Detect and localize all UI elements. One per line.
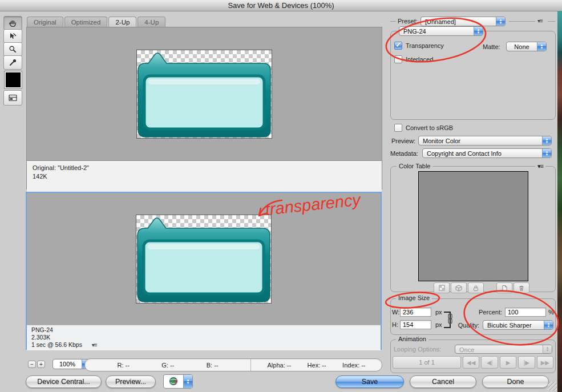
transparency-option: Transparency [394,42,444,50]
save-for-web-dialog: Save for Web & Devices (100%) [0,0,562,392]
matte-dropdown[interactable]: None ▲▼ [506,42,547,51]
zoom-icon [9,45,17,54]
tab-original[interactable]: Original [27,17,63,27]
preset-dropdown[interactable]: [Unnamed] ▲▼ [421,17,506,26]
first-frame-button[interactable]: ◀◀ [463,356,479,369]
preview-menu-icon[interactable]: ▾≡ [92,342,97,348]
transparency-checkbox[interactable] [394,42,402,50]
cancel-button[interactable]: Cancel [410,375,476,388]
original-preview-pane[interactable]: Original: "Untitled-2" 142K [26,27,382,189]
preview-dropdown[interactable]: Monitor Color ▲▼ [418,136,552,146]
previous-frame-button[interactable]: ◀| [481,356,498,369]
cancel-label: Cancel [432,378,454,386]
hand-tool-button[interactable] [3,16,22,30]
stepper-icon: ▲▼ [544,321,553,329]
tab-optimized-label: Optimized [71,19,101,26]
percent-input[interactable] [505,308,546,317]
r-readout: R: -- [117,362,129,369]
done-label: Done [507,378,524,386]
optimize-menu-icon[interactable]: ▾≡ [537,18,543,24]
zoom-out-button[interactable]: − [28,361,36,368]
stepper-icon: ▲▼ [474,27,483,35]
trash-icon [518,285,525,292]
preview-button-label: Preview... [115,378,146,386]
color-table-swatches [418,171,528,281]
slice-select-icon [9,32,17,41]
tab-4up[interactable]: 4-Up [138,17,165,27]
last-frame-icon: ▶▶ [541,359,549,366]
original-preview-image [136,50,272,139]
slice-select-tool-button[interactable] [3,29,22,43]
transparency-swatch-icon [439,285,445,291]
tab-optimized[interactable]: Optimized [64,17,108,27]
delete-color-button[interactable] [514,282,529,293]
format-value: PNG-24 [399,27,474,35]
quality-dropdown[interactable]: Bicubic Sharper ▲▼ [483,320,553,330]
metadata-label: Metadata: [390,150,418,157]
view-tabs: Original Optimized 2-Up 4-Up [27,17,165,27]
width-input[interactable] [400,308,431,317]
metadata-dropdown[interactable]: Copyright and Contact Info ▲▼ [422,148,552,158]
device-central-button[interactable]: Device Central... [26,375,102,388]
optimized-preview-pane[interactable]: PNG-24 2.303K 1 sec @ 56.6 Kbps ▾≡ [26,192,382,350]
last-frame-button[interactable]: ▶▶ [537,356,553,369]
svg-text:?: ? [173,379,177,386]
eyedropper-tool-button[interactable] [3,55,22,70]
browser-select-control[interactable]: ? ▲▼ [163,374,193,389]
stepper-icon: ▲▼ [543,345,552,353]
percent-unit: % [548,309,554,316]
color-table-menu-icon[interactable]: ▾≡ [535,163,545,170]
stepper-icon: ▲▼ [542,136,551,145]
height-input[interactable] [400,320,431,329]
stepper-icon: ▲▼ [542,149,551,157]
previous-frame-icon: ◀| [487,359,492,366]
original-preview-canvas[interactable] [27,27,382,161]
width-unit: px [435,309,442,316]
slices-visibility-icon [8,94,18,102]
frame-counter: 1 of 1 [393,356,461,369]
interlaced-checkbox[interactable] [394,55,402,63]
next-frame-button[interactable]: |▶ [518,356,535,369]
convert-srgb-checkbox[interactable] [394,124,402,132]
matte-label: Matte: [483,43,500,50]
new-color-button[interactable] [496,282,512,293]
color-swatch[interactable] [5,71,22,88]
image-size-title: Image Size [396,294,432,301]
zoom-tool-button[interactable] [3,42,22,56]
quality-value: Bicubic Sharper [483,321,544,329]
desktop-edge [557,11,562,392]
chain-link-icon[interactable] [447,313,453,324]
preset-value: [Unnamed] [421,17,496,26]
format-dropdown[interactable]: PNG-24 ▲▼ [399,26,483,36]
preview-value: Monitor Color [419,136,542,145]
animation-title: Animation [396,336,428,342]
color-table-title: Color Table [397,163,432,169]
window-title: Save for Web & Devices (100%) [228,1,334,10]
optimized-info-line1: PNG-24 [31,326,376,334]
quality-label: Quality: [454,322,479,329]
looping-options-dropdown[interactable]: Once ▲▼ [455,345,552,354]
stepper-icon: ▲▼ [537,42,546,51]
tab-2up[interactable]: 2-Up [108,17,136,27]
toggle-slices-button[interactable] [3,90,22,106]
interlaced-option: Interlaced [394,55,433,63]
done-button[interactable]: Done [482,375,549,388]
original-info-bar: Original: "Untitled-2" 142K [27,161,382,194]
play-button[interactable]: ▶ [500,356,516,369]
save-button[interactable]: Save [335,375,404,388]
next-frame-icon: |▶ [524,359,529,366]
preview-in-browser-button[interactable]: Preview... [106,375,156,388]
title-bar: Save for Web & Devices (100%) [0,0,562,11]
tab-2up-label: 2-Up [115,19,130,26]
optimized-preview-canvas[interactable] [27,193,381,325]
map-transparency-button[interactable] [434,282,450,293]
transparency-label: Transparency [406,42,444,49]
zoom-in-button[interactable]: + [37,361,45,368]
first-frame-icon: ◀◀ [467,359,475,366]
web-shift-button[interactable] [451,282,467,293]
b-readout: B: -- [207,362,219,369]
resize-grip[interactable] [548,382,557,391]
folder-artwork [136,215,271,303]
optimized-info-bar: PNG-24 2.303K 1 sec @ 56.6 Kbps ▾≡ [27,325,381,350]
lock-color-button[interactable] [468,282,484,293]
